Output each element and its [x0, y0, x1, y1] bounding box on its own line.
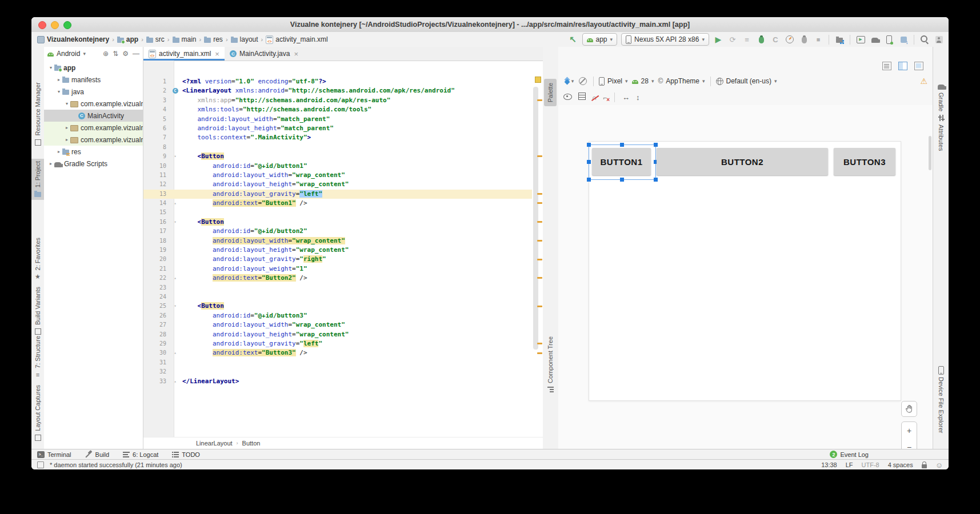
lock-icon[interactable]	[922, 464, 927, 468]
code-line-28[interactable]: 28 android:layout_height="wrap_content"	[143, 330, 532, 339]
code-line-15[interactable]: 15	[143, 208, 532, 217]
code-line-17[interactable]: 17 android:id="@+id/button2"	[143, 227, 532, 236]
breadcrumb-main[interactable]: main	[173, 35, 197, 43]
tree-expand-arrow[interactable]: ▸	[55, 149, 62, 154]
event-log-button[interactable]: 2 Event Log	[830, 451, 869, 458]
code-line-12[interactable]: 12 android:layout_height="wrap_content"	[143, 180, 532, 189]
tree-item-gradle-scripts[interactable]: ▸Gradle Scripts	[44, 158, 143, 170]
code-line-23[interactable]: 23	[143, 283, 532, 292]
selection-handle[interactable]	[620, 143, 624, 147]
palette-tab[interactable]: Palette	[544, 79, 557, 106]
tool-tab-terminal[interactable]: Terminal	[37, 451, 71, 458]
code-line-16[interactable]: 16▾ <Button	[143, 218, 532, 227]
warning-mark[interactable]	[537, 221, 542, 223]
tool-tab-todo[interactable]: TODO	[172, 451, 200, 458]
close-icon[interactable]: ×	[215, 50, 219, 58]
tool-stripe-resource-manager[interactable]: Resource Manager	[31, 80, 44, 148]
editor-scrollbar[interactable]	[533, 87, 538, 350]
warning-mark[interactable]	[537, 352, 542, 354]
device-manager-button[interactable]	[884, 34, 894, 45]
tree-expand-arrow[interactable]: ▾	[55, 89, 62, 94]
selection-handle[interactable]	[654, 178, 658, 182]
breadcrumb-activity-main-xml[interactable]: activity_main.xml	[266, 35, 327, 44]
code-line-4[interactable]: 4 xmlns:tools="http://schemas.android.co…	[143, 105, 532, 114]
back-arrow-icon[interactable]: ↖	[568, 34, 578, 45]
vertical-expand-button[interactable]: ↕	[636, 93, 640, 102]
tree-expand-arrow[interactable]: ▸	[63, 125, 70, 130]
collapse-all-button[interactable]: ⇅	[113, 50, 118, 58]
tool-stripe-7-structure[interactable]: 7: Structure≡	[31, 334, 44, 381]
selection-handle[interactable]	[654, 143, 658, 147]
status-4-spaces[interactable]: 4 spaces	[888, 461, 913, 468]
breadcrumb-layout[interactable]: layout	[231, 35, 258, 43]
locate-file-button[interactable]: ⊕	[103, 50, 109, 58]
tab-mainactivity-java[interactable]: MainActivity.java×	[225, 47, 303, 61]
apply-code-changes-button[interactable]: ≡	[742, 34, 752, 45]
tree-expand-arrow[interactable]: ▾	[47, 65, 54, 70]
code-line-21[interactable]: 21 android:layout_weight="1"	[143, 264, 532, 274]
code-line-10[interactable]: 10 android:id="@+id/button1"	[143, 162, 532, 171]
tree-item-mainactivity[interactable]: MainActivity	[44, 110, 143, 122]
tool-stripe-1-project[interactable]: 1: Project	[31, 159, 44, 200]
selection-handle[interactable]	[587, 143, 591, 147]
selection-handle[interactable]	[587, 178, 591, 182]
tree-item-res[interactable]: ▸res	[44, 146, 143, 158]
project-view-selector[interactable]: Android	[57, 50, 80, 58]
design-view-icon[interactable]	[914, 62, 923, 70]
editor-breadcrumb-linearlayout[interactable]: LinearLayout	[196, 440, 233, 447]
tool-stripe-build-variants[interactable]: Build Variants	[31, 284, 44, 338]
tool-stripe-layout-captures[interactable]: Layout Captures	[31, 383, 44, 444]
debug-button[interactable]	[756, 34, 766, 45]
status-13-38[interactable]: 13:38	[821, 461, 837, 468]
code-line-13[interactable]: 13 android:layout_gravity="left"	[143, 190, 532, 199]
breadcrumb-src[interactable]: src	[146, 35, 165, 43]
code-line-11[interactable]: 11 android:layout_width="wrap_content"	[143, 171, 532, 180]
gradle-sync-button[interactable]	[870, 34, 880, 45]
warning-mark[interactable]	[537, 202, 542, 204]
code-line-25[interactable]: 25▾ <Button	[143, 302, 532, 311]
tree-item-com-example-vizualnekontejnery[interactable]: ▸com.example.vizualnekontejnery	[44, 122, 143, 134]
view-options-button[interactable]	[563, 93, 572, 102]
api-version-selector[interactable]: 28 ▾	[632, 77, 654, 85]
warning-mark[interactable]	[537, 343, 542, 344]
tool-tab-build[interactable]: Build	[85, 451, 109, 458]
tree-item-manifests[interactable]: ▸manifests	[44, 74, 143, 86]
code-line-32[interactable]: 32	[143, 367, 532, 376]
selection-handle[interactable]	[620, 178, 624, 182]
device-screen[interactable]: BUTTON1BUTTON2BUTTON3	[589, 141, 901, 401]
tab-activity-main-xml[interactable]: activity_main.xml×	[143, 47, 225, 61]
horizontal-expand-button[interactable]: ↔	[622, 93, 630, 102]
search-everywhere-button[interactable]	[919, 34, 930, 45]
close-icon[interactable]: ×	[294, 50, 298, 58]
breadcrumb-vizualnekontejnery[interactable]: Vizualnekontejnery	[37, 35, 109, 43]
tool-stripe-attributes[interactable]: Attributes	[933, 112, 949, 153]
apply-changes-button[interactable]: ⟳	[727, 34, 738, 45]
breadcrumb-app[interactable]: app	[117, 35, 138, 43]
code-line-3[interactable]: 3 xmlns:app="http://schemas.android.com/…	[143, 96, 532, 105]
design-button-button3[interactable]: BUTTON3	[834, 148, 895, 175]
code-line-1[interactable]: 1<?xml version="1.0" encoding="utf-8"?>	[143, 77, 532, 86]
autoconnect-button[interactable]: ∩	[592, 93, 597, 102]
breadcrumb-res[interactable]: res	[204, 35, 223, 43]
tool-stripe-gradle[interactable]: Gradle	[933, 80, 949, 114]
warning-mark[interactable]	[537, 240, 542, 242]
run-button[interactable]: ▶	[713, 34, 723, 45]
tree-expand-arrow[interactable]: ▾	[63, 101, 70, 106]
code-line-18[interactable]: 18 android:layout_width="wrap_content"	[143, 236, 532, 246]
warning-mark[interactable]	[537, 99, 542, 101]
code-line-7[interactable]: 7 tools:context=".MainActivity">	[143, 133, 532, 142]
design-surface-selector[interactable]: ▾	[563, 76, 574, 86]
warnings-indicator-icon[interactable]	[535, 77, 541, 83]
code-line-33[interactable]: 33▴</LinearLayout>	[143, 377, 532, 386]
sync-project-button[interactable]	[834, 34, 845, 45]
design-button-button2[interactable]: BUTTON2	[657, 148, 828, 175]
tree-expand-arrow[interactable]: ▸	[47, 161, 54, 166]
code-line-27[interactable]: 27 android:layout_width="wrap_content"	[143, 320, 532, 330]
warning-icon[interactable]: ⚠	[920, 77, 927, 86]
tree-expand-arrow[interactable]: ▸	[55, 77, 62, 82]
code-line-29[interactable]: 29 android:layout_gravity="left"	[143, 339, 532, 348]
profile-avatar-button[interactable]	[934, 34, 944, 45]
code-view-icon[interactable]	[882, 62, 891, 70]
status-utf-8[interactable]: UTF-8	[862, 461, 879, 468]
code-line-26[interactable]: 26 android:id="@+id/button3"	[143, 311, 532, 320]
